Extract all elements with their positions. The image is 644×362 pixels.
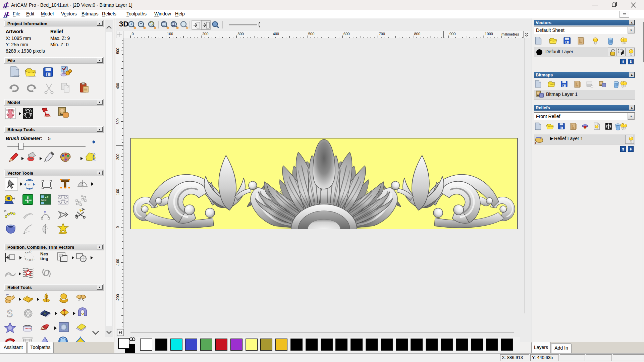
- svg-text:T: T: [31, 109, 33, 113]
- svg-text:200: 200: [202, 32, 208, 36]
- svg-text:-200: -200: [116, 294, 120, 301]
- svg-text:500: 500: [308, 32, 314, 36]
- svg-text:−: −: [140, 21, 142, 25]
- svg-text:200: 200: [116, 154, 120, 160]
- svg-text:0: 0: [116, 226, 120, 228]
- svg-text:ABC: ABC: [41, 198, 47, 201]
- svg-text:0: 0: [132, 32, 134, 36]
- svg-text:100: 100: [116, 189, 120, 195]
- svg-text:+: +: [534, 140, 537, 145]
- svg-text:b: b: [44, 311, 46, 315]
- svg-text:400: 400: [273, 32, 279, 36]
- svg-text:300: 300: [237, 32, 244, 36]
- svg-text:100: 100: [167, 32, 173, 36]
- svg-text:-100: -100: [116, 259, 120, 266]
- svg-text:ting: ting: [40, 256, 48, 261]
- svg-text:o n a: o n a: [25, 257, 31, 261]
- svg-text:400: 400: [116, 83, 120, 89]
- svg-text:▲■: ▲■: [45, 196, 48, 198]
- svg-text:S: S: [7, 307, 13, 319]
- svg-text:500: 500: [116, 48, 120, 54]
- svg-text:T: T: [13, 110, 15, 113]
- svg-text:+: +: [130, 22, 132, 26]
- svg-text:900: 900: [449, 32, 455, 36]
- svg-text:↕: ↕: [28, 183, 30, 187]
- svg-text:Nes: Nes: [40, 251, 48, 256]
- svg-text:300: 300: [116, 118, 120, 124]
- svg-text:c u r: c u r: [30, 258, 35, 261]
- svg-text:1000: 1000: [485, 32, 493, 36]
- svg-text:600: 600: [343, 32, 350, 36]
- svg-text:800: 800: [414, 32, 420, 36]
- svg-text:700: 700: [379, 32, 385, 36]
